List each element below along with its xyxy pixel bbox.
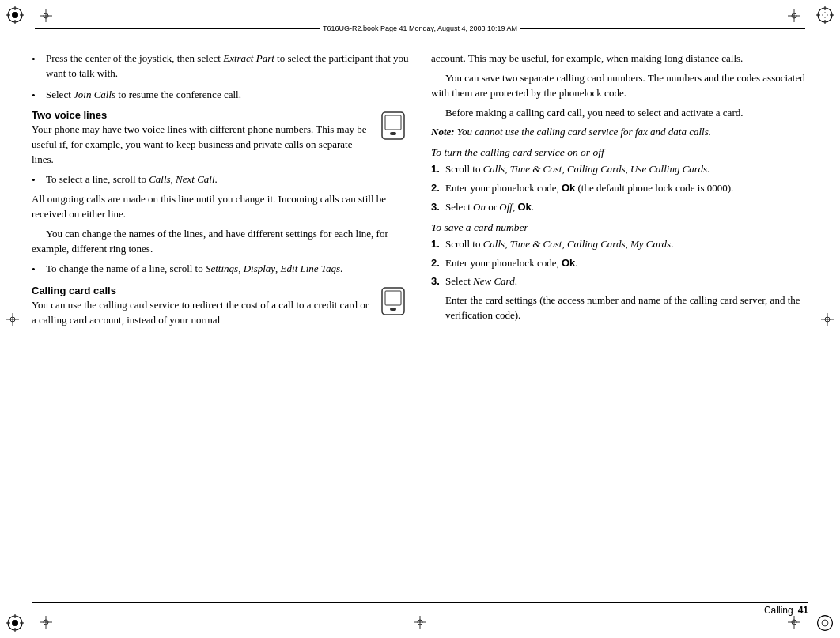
list-item: • To select a line, scroll to Calls, Nex… [32, 172, 409, 188]
save-card-title: To save a card number [431, 221, 808, 234]
item-number: 3. [431, 200, 445, 215]
footer-page-number: 41 [798, 605, 808, 616]
reg-mark-br [816, 614, 834, 632]
reg-mark-tr [816, 6, 834, 24]
crosshair-ml [6, 313, 19, 326]
note-block: Note: You cannot use the calling card se… [431, 125, 808, 140]
turn-on-off-section: To turn the calling card service on or o… [431, 146, 808, 215]
footer-bar: Calling 41 [32, 605, 808, 616]
crosshair-br [788, 616, 800, 629]
item-number: 1. [431, 162, 445, 177]
calling-card-title: Calling card calls [32, 285, 374, 296]
header-line-right [520, 28, 805, 29]
list-item: 2. Enter your phonelock code, Ok (the de… [431, 181, 808, 196]
bullet-dot: • [32, 88, 46, 104]
reg-mark-tl [6, 6, 24, 24]
header-bar: T616UG-R2.book Page 41 Monday, August 4,… [32, 22, 808, 35]
item-number: 2. [431, 256, 445, 271]
paragraph-account: account. This may be useful, for example… [431, 51, 808, 66]
footer-divider [32, 602, 808, 603]
reg-mark-bl [6, 614, 24, 632]
item-text: Scroll to Calls, Time & Cost, Calling Ca… [445, 162, 709, 177]
header-text: T616UG-R2.book Page 41 Monday, August 4,… [323, 25, 517, 32]
item-number: 2. [431, 181, 445, 196]
paragraph-change-names: You can change the names of the lines, a… [32, 227, 409, 257]
paragraph-before-making: Before making a calling card call, you n… [431, 106, 808, 121]
note-label: Note: You cannot use the calling card se… [431, 126, 711, 138]
item-number: 1. [431, 237, 445, 252]
crosshair-bl [40, 616, 52, 629]
footer-label: Calling [764, 605, 793, 616]
item-text: Select New Card. [445, 274, 517, 289]
list-item: 3. Select On or Off, Ok. [431, 200, 808, 215]
calling-card-with-icon: Calling card calls You can use the calli… [32, 285, 409, 328]
calling-card-text: Calling card calls You can use the calli… [32, 285, 374, 328]
bullet-text: Press the center of the joystick, then s… [46, 51, 409, 81]
card-body-text: Enter the card settings (the access numb… [431, 293, 808, 323]
item-text: Select On or Off, Ok. [445, 200, 534, 215]
svg-point-7 [823, 13, 827, 17]
item-number: 3. [431, 274, 445, 289]
calling-card-body: You can use the calling card service to … [32, 298, 374, 328]
item-text: Enter your phonelock code, Ok. [445, 256, 578, 271]
list-item: 3. Select New Card. [431, 274, 808, 289]
list-item: 1. Scroll to Calls, Time & Cost, Calling… [431, 162, 808, 177]
svg-rect-45 [385, 291, 401, 305]
two-voice-lines-text: Two voice lines Your phone may have two … [32, 109, 374, 168]
two-voice-lines-body: Your phone may have two voice lines with… [32, 123, 374, 168]
content-area: • Press the center of the joystick, then… [32, 43, 808, 598]
list-item: 2. Enter your phonelock code, Ok. [431, 256, 808, 271]
right-column: account. This may be useful, for example… [431, 43, 808, 598]
left-column: • Press the center of the joystick, then… [32, 43, 409, 598]
two-voice-lines-section: Two voice lines Your phone may have two … [32, 109, 409, 168]
turn-on-off-title: To turn the calling card service on or o… [431, 146, 808, 159]
bullet-dot: • [32, 51, 46, 81]
svg-rect-42 [385, 115, 401, 130]
svg-point-1 [12, 12, 18, 18]
bullet-text: Select Join Calls to resume the conferen… [46, 88, 241, 104]
svg-point-13 [12, 620, 18, 626]
crosshair-mr [821, 313, 834, 326]
calling-card-phone-icon [379, 286, 409, 316]
paragraph-two-numbers: You can save two separate calling card n… [431, 71, 808, 101]
list-item: • Select Join Calls to resume the confer… [32, 88, 409, 104]
bullet-text: To change the name of a line, scroll to … [46, 262, 342, 277]
two-voice-lines-title: Two voice lines [32, 109, 374, 121]
list-item: • To change the name of a line, scroll t… [32, 262, 409, 277]
bullet-dot: • [32, 172, 46, 188]
list-item: • Press the center of the joystick, then… [32, 51, 409, 81]
page: T616UG-R2.book Page 41 Monday, August 4,… [0, 0, 840, 638]
phone-icon [379, 111, 409, 141]
crosshair-bm [414, 616, 426, 629]
list-item: 1. Scroll to Calls, Time & Cost, Calling… [431, 237, 808, 252]
paragraph-outgoing: All outgoing calls are made on this line… [32, 192, 409, 222]
svg-rect-46 [390, 308, 396, 311]
calling-card-section: Calling card calls You can use the calli… [32, 285, 409, 328]
svg-point-19 [822, 620, 828, 626]
bullet-dot: • [32, 262, 46, 277]
crosshair-tl [40, 9, 52, 22]
crosshair-tr [788, 9, 800, 22]
item-text: Scroll to Calls, Time & Cost, Calling Ca… [445, 237, 673, 252]
item-text: Enter your phonelock code, Ok (the defau… [445, 181, 733, 196]
header-line-left [35, 28, 320, 29]
bullet-text: To select a line, scroll to Calls, Next … [46, 172, 218, 188]
save-card-section: To save a card number 1. Scroll to Calls… [431, 221, 808, 323]
svg-rect-43 [390, 132, 396, 135]
